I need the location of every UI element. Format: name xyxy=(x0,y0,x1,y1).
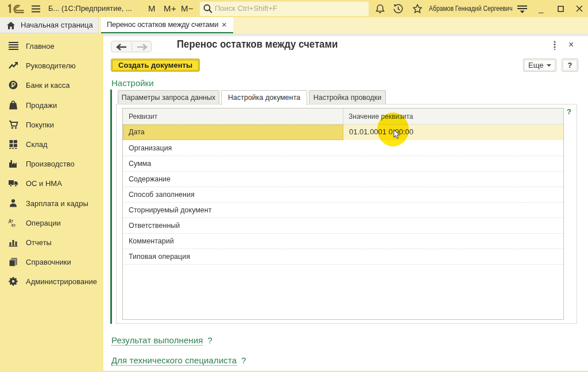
svg-text:Кт: Кт xyxy=(11,223,16,227)
svg-text:Дт: Дт xyxy=(9,219,13,223)
